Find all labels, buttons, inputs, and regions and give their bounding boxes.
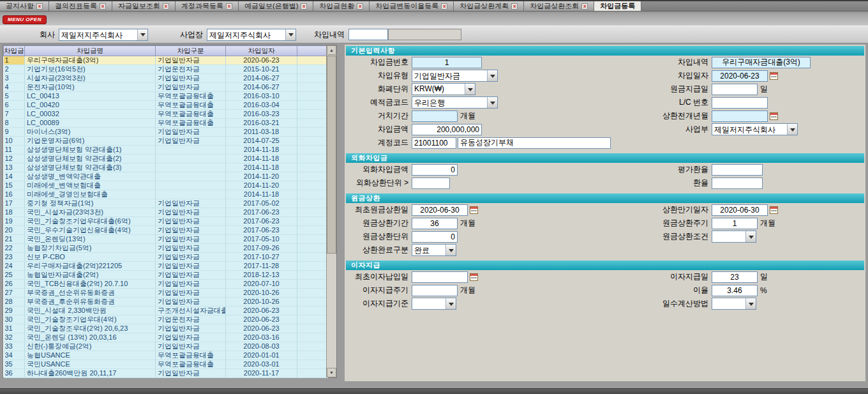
table-row[interactable]: 17중기청 정책자금(1억)기업일반자금2017-05-02 xyxy=(4,199,328,208)
table-row[interactable]: 31국민_기술창조우대(2억) 20,6,23기업일반자금2020-06-23 xyxy=(4,324,328,333)
cell-code[interactable]: 13 xyxy=(4,163,25,172)
table-row[interactable]: 6LC_00420무역포괄금융대출2016-03-04 xyxy=(4,101,328,110)
cell-code[interactable]: 35 xyxy=(4,360,25,369)
column-header[interactable]: 차입구분 xyxy=(156,46,226,56)
cell-type[interactable]: 기업일반자금 xyxy=(156,217,226,226)
tab-close-icon[interactable]: x xyxy=(36,3,43,10)
cell-type[interactable]: 무역포괄금융대출 xyxy=(156,101,226,110)
cell-code[interactable]: 31 xyxy=(4,324,25,333)
cell-type[interactable]: 기업일반자금 xyxy=(156,262,226,271)
cell-name[interactable]: 부국증권_후순위유동화증권 xyxy=(25,298,156,307)
cell-date[interactable]: 2020-06-23 xyxy=(226,307,297,315)
table-row[interactable]: 35국민USANCE무역포괄금융대출2020-03-01 xyxy=(4,360,328,369)
cell-name[interactable]: 농협USANCE xyxy=(25,351,156,360)
chevron-down-icon[interactable] xyxy=(445,245,456,255)
interest-basis-select[interactable] xyxy=(412,298,456,310)
cell-name[interactable]: 국민_기술창조우대(2억) 20,6,23 xyxy=(25,324,156,333)
grace-period-field[interactable] xyxy=(412,110,458,122)
tab-close-icon[interactable]: x xyxy=(226,3,232,10)
interest-payday-field[interactable] xyxy=(712,271,758,283)
table-row[interactable]: 12삼성생명단체보험 약관대출(2)2014-11-18 xyxy=(4,155,328,163)
currency-select[interactable]: KRW(₩) xyxy=(412,83,475,95)
cell-date[interactable]: 2014-11-18 xyxy=(226,155,297,163)
table-row[interactable]: 21국민_온렌딩(13억)기업일반자금2017-05-10 xyxy=(4,235,328,244)
cell-date[interactable]: 2014-11-18 xyxy=(226,163,297,172)
cell-date[interactable]: 2014-11-20 xyxy=(226,172,297,181)
cell-code[interactable]: 27 xyxy=(4,289,25,298)
tab-차입금상환계획[interactable]: 차입금상환계획x xyxy=(454,1,524,11)
cell-code[interactable]: 34 xyxy=(4,351,25,360)
cell-name[interactable]: LC_00413 xyxy=(25,92,156,101)
cell-type[interactable]: 무역포괄금융대출 xyxy=(156,360,226,369)
cell-name[interactable]: 미래에셋_경영인보험대출 xyxy=(25,190,156,199)
tab-close-icon[interactable]: x xyxy=(100,3,106,10)
table-row[interactable]: 22농협장기차입금(5억)기업일반자금2017-09-26 xyxy=(4,244,328,253)
cell-code[interactable]: 8 xyxy=(4,119,25,128)
cell-type[interactable] xyxy=(156,190,226,199)
cell-type[interactable]: 무역포괄금융대출 xyxy=(156,351,226,360)
cell-type[interactable] xyxy=(156,155,226,163)
table-row[interactable]: 2기업기보(16억5천)기업운전자금2015-10-21 xyxy=(4,65,328,74)
table-row[interactable]: 25농협일반자금대출(2억)기업일반자금2018-12-13 xyxy=(4,271,328,280)
table-row[interactable]: 14삼성생명_변액약관대출2014-11-20 xyxy=(4,172,328,181)
scroll-up-icon[interactable]: ▲ xyxy=(327,45,336,55)
table-row[interactable]: 23신보 P-CBO기업일반자금2017-10-27 xyxy=(4,253,328,262)
borrow-desc-field[interactable] xyxy=(712,57,811,68)
table-row[interactable]: 26국민_TCB신용대출(2억) 20.7.10기업일반자금2020-07-10 xyxy=(4,280,328,289)
cell-type[interactable]: 기업일반자금 xyxy=(156,324,226,333)
cell-name[interactable]: 마이너스(3억) xyxy=(25,128,156,137)
cell-date[interactable]: 2017-06-23 xyxy=(226,208,297,217)
cell-name[interactable]: 국민_시설자금(23억3천) xyxy=(25,208,156,217)
cell-date[interactable]: 2020-11-17 xyxy=(226,369,297,378)
cell-date[interactable]: 2011-03-18 xyxy=(226,128,297,137)
table-row[interactable]: 20국민_우수기술기업신용대출(4억)기업일반자금2017-06-23 xyxy=(4,226,328,235)
maturity-date-field[interactable] xyxy=(712,204,768,216)
cell-code[interactable]: 24 xyxy=(4,262,25,271)
cell-name[interactable]: 국민_시설대 2,330백만원 xyxy=(25,307,156,315)
cell-type[interactable]: 기업일반자금 xyxy=(156,83,226,92)
cell-type[interactable]: 기업일반자금 xyxy=(156,226,226,235)
cell-name[interactable]: 신한(-)통장예금(2억) xyxy=(25,342,156,351)
cell-code[interactable]: 2 xyxy=(4,65,25,74)
chevron-down-icon[interactable] xyxy=(487,70,497,81)
table-row[interactable]: 19국민_기술창조기업우대대출(6억)기업일반자금2017-06-23 xyxy=(4,217,328,226)
cell-date[interactable]: 2014-07-25 xyxy=(226,137,297,146)
cell-type[interactable]: 기업일반자금 xyxy=(156,342,226,351)
cell-name[interactable]: 미래에셋_변액보험대출 xyxy=(25,181,156,190)
cell-code[interactable]: 30 xyxy=(4,315,25,324)
borrow-detail-input[interactable] xyxy=(348,29,388,40)
cell-code[interactable]: 19 xyxy=(4,217,25,226)
table-row[interactable]: 1우리구매자금대출(3억)기업일반자금2020-06-23 xyxy=(4,56,328,65)
table-row[interactable]: 13삼성생명단체보험 약관대출(3)2014-11-18 xyxy=(4,163,328,172)
cell-code[interactable]: 33 xyxy=(4,342,25,351)
tab-자금일보조회[interactable]: 자금일보조회x xyxy=(112,1,176,11)
cell-name[interactable]: 국민_우수기술기업신용대출(4억) xyxy=(25,226,156,235)
cell-name[interactable]: LC_00089 xyxy=(25,119,156,128)
cell-date[interactable]: 2020-08-03 xyxy=(226,342,297,351)
first-interest-date-field[interactable] xyxy=(412,271,468,283)
first-repay-date-field[interactable] xyxy=(412,204,468,216)
fx-amount-field[interactable] xyxy=(412,164,458,176)
cell-type[interactable]: 기업일반자금 xyxy=(156,199,226,208)
cell-date[interactable]: 2017-10-27 xyxy=(226,253,297,262)
table-row[interactable]: 30국민_기술창조기업우대(4억)기업운전자금2020-06-23 xyxy=(4,315,328,324)
cell-code[interactable]: 28 xyxy=(4,298,25,307)
cell-type[interactable]: 기업일반자금 xyxy=(156,235,226,244)
cell-type[interactable] xyxy=(156,146,226,155)
tab-close-icon[interactable]: x xyxy=(441,3,447,10)
cell-name[interactable]: 우리구매자금대출(2억)221205 xyxy=(25,262,156,271)
table-row[interactable]: 16미래에셋_경영인보험대출2014-11-18 xyxy=(4,190,328,199)
cell-code[interactable]: 6 xyxy=(4,101,25,110)
cell-type[interactable]: 기업일반자금 xyxy=(156,128,226,137)
cell-name[interactable]: 삼성생명_변액약관대출 xyxy=(25,172,156,181)
cell-code[interactable]: 7 xyxy=(4,110,25,119)
table-row[interactable]: 9마이너스(3억)기업일반자금2011-03-18 xyxy=(4,128,328,137)
site-select[interactable]: 제일저지주식회사 xyxy=(207,29,296,41)
chevron-down-icon[interactable] xyxy=(787,124,797,135)
cell-code[interactable]: 5 xyxy=(4,92,25,101)
cell-type[interactable]: 기업일반자금 xyxy=(156,208,226,217)
company-select[interactable]: 제일저지주식회사 xyxy=(59,29,148,41)
cell-name[interactable]: 기업운영자금(6억) xyxy=(25,137,156,146)
chevron-down-icon[interactable] xyxy=(745,231,756,242)
fx-eval-rate-field[interactable] xyxy=(712,164,763,176)
